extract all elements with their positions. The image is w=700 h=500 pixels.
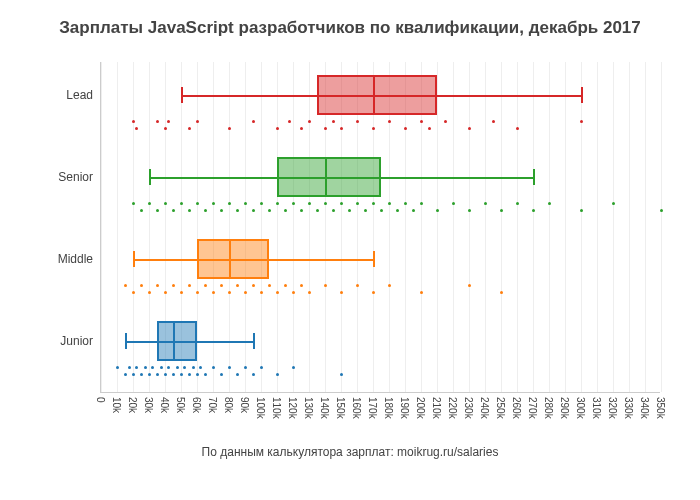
x-tick-label: 200k (415, 397, 426, 419)
x-tick-label: 90k (239, 397, 250, 413)
y-category-label: Lead (66, 88, 101, 102)
box-row (101, 226, 660, 308)
x-tick-label: 120k (287, 397, 298, 419)
x-tick-label: 280k (543, 397, 554, 419)
x-tick-label: 20k (127, 397, 138, 413)
x-tick-label: 0 (95, 397, 106, 403)
x-tick-label: 210k (431, 397, 442, 419)
x-tick-label: 40k (159, 397, 170, 413)
box-row (101, 62, 660, 144)
box (277, 157, 381, 197)
x-axis-caption: По данным калькулятора зарплат: moikrug.… (0, 445, 700, 459)
chart-title: Зарплаты JavaScript разработчиков по ква… (0, 0, 700, 42)
x-tick-label: 190k (399, 397, 410, 419)
x-tick-label: 80k (223, 397, 234, 413)
x-tick-label: 30k (143, 397, 154, 413)
x-tick-label: 70k (207, 397, 218, 413)
y-category-label: Middle (58, 252, 101, 266)
x-tick-label: 310k (591, 397, 602, 419)
x-tick-label: 230k (463, 397, 474, 419)
x-tick-label: 330k (623, 397, 634, 419)
box (197, 239, 269, 279)
x-axis-ticks: 010k20k30k40k50k60k70k80k90k100k110k120k… (100, 393, 660, 443)
x-tick-label: 180k (383, 397, 394, 419)
x-tick-label: 220k (447, 397, 458, 419)
x-tick-label: 300k (575, 397, 586, 419)
x-tick-label: 140k (319, 397, 330, 419)
x-tick-label: 170k (367, 397, 378, 419)
x-tick-label: 50k (175, 397, 186, 413)
x-tick-label: 350k (655, 397, 666, 419)
x-tick-label: 150k (335, 397, 346, 419)
x-tick-label: 110k (271, 397, 282, 419)
x-tick-label: 60k (191, 397, 202, 413)
x-tick-label: 10k (111, 397, 122, 413)
box-row (101, 308, 660, 390)
box (157, 321, 197, 361)
x-tick-label: 290k (559, 397, 570, 419)
y-category-label: Senior (58, 170, 101, 184)
x-tick-label: 130k (303, 397, 314, 419)
x-tick-label: 240k (479, 397, 490, 419)
box (317, 75, 437, 115)
x-tick-label: 260k (511, 397, 522, 419)
x-tick-label: 320k (607, 397, 618, 419)
plot-area: LeadSeniorMiddleJunior (100, 62, 660, 393)
box-row (101, 144, 660, 226)
x-tick-label: 160k (351, 397, 362, 419)
y-category-label: Junior (60, 334, 101, 348)
x-tick-label: 340k (639, 397, 650, 419)
x-tick-label: 270k (527, 397, 538, 419)
x-tick-label: 250k (495, 397, 506, 419)
x-tick-label: 100k (255, 397, 266, 419)
